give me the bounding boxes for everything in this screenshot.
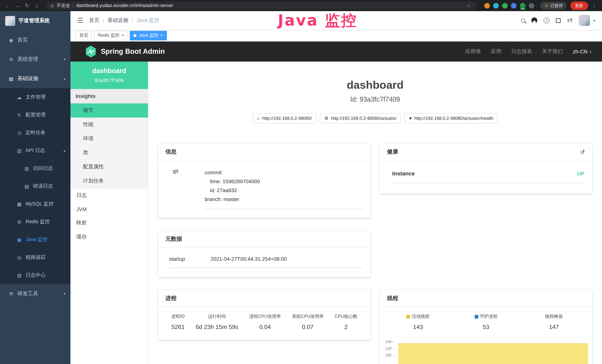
sidebar-item-devtools[interactable]: ⚒ 研发工具 ▾ [0,284,70,303]
font-size-icon[interactable]: тT [567,17,573,23]
sba-nav-wallboard[interactable]: 应用墙 [465,48,481,55]
instance-menu-classes[interactable]: 类 [70,146,148,160]
forward-icon[interactable]: → [13,3,22,9]
locale-selector[interactable]: zh-CN▾ [573,49,592,54]
breadcrumb-separator: / [132,17,133,23]
sidebar-item-error-log[interactable]: ▤ 错误日志 [0,177,70,195]
instance-menu-performance[interactable]: 性能 [70,118,148,132]
breadcrumb-infrastructure[interactable]: 基础设施 [108,17,128,24]
search-icon[interactable] [521,18,525,22]
chrome-update-button[interactable]: 更新 [570,1,588,10]
sidebar-item-trace[interactable]: ◎ 链路追踪 [0,248,70,266]
bookmark-star-icon[interactable]: ☆ [464,3,473,9]
reload-icon[interactable]: ↻ [23,3,31,9]
stat-cpu-cores: CPU核心数 2 [335,313,357,331]
metadata-value: 2021-04-27T00:44:31.254+08:00 [211,256,287,262]
instance-id-subtitle: Id: 93a3fc7f7409 [148,96,602,104]
address-bar[interactable]: ⚠ 不安全 | dashboard.yudao.iocoder.cn/infra… [46,1,477,10]
instance-menu-jvm[interactable]: JVM [70,203,148,216]
instance-menu-caches[interactable]: 缓存 [70,230,148,244]
api-log-icon: ▥ [16,148,22,153]
sidebar-item-config[interactable]: ✎ 配置管理 [0,106,70,124]
sidebar-item-mysql[interactable]: ▦ MySQL 监控 [0,195,70,213]
instance-menu-details[interactable]: 细节 [70,104,148,118]
browser-extension-icon[interactable] [529,3,534,8]
browser-extension-icon[interactable] [502,3,508,8]
app-logo-row[interactable]: 芋道管理系统 [0,11,70,30]
y-axis-tick: 100 [383,353,395,357]
instance-menu-scheduled-tasks[interactable]: 计划任务 [70,174,148,188]
sidebar-item-log-center[interactable]: ▤ 日志中心 [0,266,70,284]
sidebar-item-access-log[interactable]: ▤ 访问日志 [0,160,70,177]
browser-menu-icon[interactable]: ⋮ [590,3,598,9]
redis-icon: ≣ [16,219,22,225]
user-avatar[interactable] [579,15,590,26]
instance-menu-logs[interactable]: 日志 [70,188,148,203]
browser-home-icon[interactable]: ⌂ [33,3,41,9]
sidebar-item-jobs[interactable]: ◷ 定时任务 [0,124,70,142]
breadcrumb-home[interactable]: 首页 [89,17,99,24]
active-tab-dot [134,34,137,37]
metadata-row: startup 2021-04-27T00:44:31.254+08:00 [169,256,363,268]
paused-chip[interactable]: ☺已暂停 [540,2,566,10]
browser-extension-icon[interactable] [511,3,516,8]
sba-nav-about[interactable]: 关于我们 [542,48,563,55]
legend-swatch-daemon [474,315,478,318]
github-icon[interactable] [531,17,537,23]
home-icon: ⌂ [257,116,260,121]
screen: ← → ↻ ⌂ ⚠ 不安全 | dashboard.yudao.iocoder.… [0,0,602,364]
tab-home[interactable]: 首页 [76,31,92,40]
actuator-url-link[interactable]: ⚙http://192.168.0.2:48080/actuator [320,113,401,124]
app-logo [5,16,15,26]
sidebar-item-java-monitor[interactable]: ▣ Java 监控 [0,231,70,248]
tab-redis-monitor[interactable]: Redis 监控× [94,31,128,40]
sba-nav-journal[interactable]: 日志报表 [511,48,532,55]
extension-on-badge: on [520,7,526,10]
back-icon[interactable]: ← [4,3,12,9]
sba-header: Spring Boot Admin 应用墙 应用 日志报表 关于我们 zh-CN… [70,42,602,62]
sidebar-item-files[interactable]: ☁ 文件管理 [0,88,70,106]
history-icon[interactable]: ↺ [580,149,585,155]
clock-icon: ◷ [16,130,22,136]
health-url-link[interactable]: ♥http://192.168.0.2:48080/actuator/healt… [405,113,498,124]
sidebar-item-home[interactable]: ◉ 首页 [0,30,70,50]
dashboard-icon: ◉ [8,37,14,43]
process-card-header: 进程 [158,290,371,307]
security-warning-label: 不安全 [57,2,70,9]
instance-menu-environment[interactable]: 环境 [70,132,148,146]
close-icon[interactable]: × [122,33,124,37]
sidebar-item-redis[interactable]: ≣ Redis 监控 [0,213,70,231]
service-url-link[interactable]: ⌂http://192.168.0.2:48080/ [253,113,316,124]
metadata-key: startup [169,256,211,262]
browser-extension-icon[interactable]: on [520,3,526,8]
sba-nav-applications[interactable]: 应用 [491,48,501,55]
instance-menu-mappings[interactable]: 映射 [70,216,148,230]
chevron-down-icon[interactable]: ▾ [593,18,595,22]
hamburger-icon[interactable]: ☰ [77,16,83,24]
sidebar-item-api-log[interactable]: ▥ API 日志 ▴ [0,142,70,160]
extensions-area: on [484,3,534,8]
tab-java-monitor[interactable]: Java 监控× [130,31,167,40]
instance-header[interactable]: dashboard 93a3fc7f7409 [70,62,148,89]
info-value: commit: time: 1596289704000 id: 27aa832 … [205,168,363,209]
legend-daemon-threads: 守护进程 53 [467,313,505,331]
close-icon[interactable]: × [161,33,163,37]
url-text[interactable]: dashboard.yudao.iocoder.cn/infra/admin-s… [76,3,462,8]
legend-peak-threads: 线程峰值 147 [536,313,572,331]
instance-menu-configprops[interactable]: 配置属性 [70,160,148,174]
browser-extension-icon[interactable] [484,3,490,8]
fullscreen-icon[interactable] [556,18,561,23]
info-card-header: 信息 [158,143,371,161]
chevron-up-icon: ▴ [64,77,65,80]
health-row: Instance UP [392,170,584,183]
stat-uptime: 运行时间 6d 23h 15m 59s [196,313,238,331]
sidebar-item-system[interactable]: ⚙ 系统管理 ▾ [0,50,70,69]
help-icon[interactable]: ? [544,17,549,23]
browser-extension-icon[interactable] [493,3,499,8]
infrastructure-icon: ▤ [8,76,14,81]
sba-body: dashboard 93a3fc7f7409 Insights 细节 性能 环境… [70,62,602,364]
sidebar-item-infrastructure[interactable]: ▤ 基础设施 ▴ [0,69,70,88]
browser-toolbar: ← → ↻ ⌂ ⚠ 不安全 | dashboard.yudao.iocoder.… [0,0,602,11]
chevron-down-icon: ▾ [64,292,65,296]
security-warning-icon: ⚠ [50,3,54,8]
